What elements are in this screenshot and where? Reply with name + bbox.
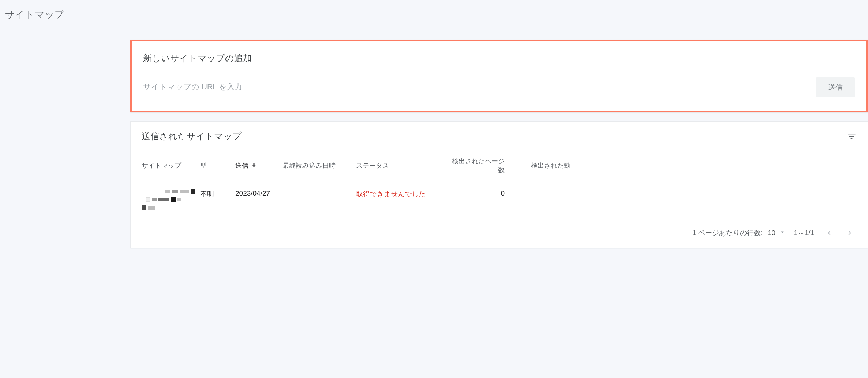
col-status: ステータス [356,161,446,170]
sitemap-table: サイトマップ 型 送信 最終読み込み日時 ステータス 検出されたページ数 検出さ… [131,151,868,248]
filter-icon[interactable] [846,131,857,141]
list-header: 送信されたサイトマップ [131,122,868,151]
dropdown-arrow-icon [779,229,786,237]
cell-type: 不明 [200,189,235,199]
page-title: サイトマップ [5,8,863,21]
table-header: サイトマップ 型 送信 最終読み込み日時 ステータス 検出されたページ数 検出さ… [131,151,868,181]
add-sitemap-card: 新しいサイトマップの追加 送信 [130,40,868,112]
col-sitemap: サイトマップ [142,161,200,170]
col-sent[interactable]: 送信 [235,161,283,170]
col-type: 型 [200,161,235,170]
prev-page-button[interactable] [822,226,835,240]
col-videos: 検出された動 [531,161,857,170]
cell-sitemap [142,189,200,210]
cell-sent: 2023/04/27 [235,189,283,197]
submit-button[interactable]: 送信 [816,77,855,97]
col-pages: 検出されたページ数 [446,157,505,174]
list-title: 送信されたサイトマップ [142,130,242,142]
add-sitemap-row: 送信 [143,77,855,97]
rows-per-page: 1 ページあたりの行数: 10 [692,228,786,238]
redacted-sitemap-name [142,189,200,210]
add-sitemap-title: 新しいサイトマップの追加 [143,52,855,64]
cell-pages: 0 [446,189,505,197]
arrow-down-icon [251,162,257,170]
col-last-read: 最終読み込み日時 [283,161,356,170]
sitemap-url-input[interactable] [143,80,808,94]
rows-per-page-dropdown[interactable]: 10 [768,229,786,237]
cell-status: 取得できませんでした [356,189,446,199]
rows-per-page-value: 10 [768,229,775,237]
col-sent-label: 送信 [235,161,248,170]
rows-per-page-label: 1 ページあたりの行数: [692,228,763,238]
page-header: サイトマップ [0,0,868,29]
pagination: 1 ページあたりの行数: 10 1～1/1 [131,218,868,248]
page-range: 1～1/1 [794,228,814,238]
table-row[interactable]: 不明 2023/04/27 取得できませんでした 0 [131,181,868,218]
next-page-button[interactable] [843,226,857,240]
content-area: 新しいサイトマップの追加 送信 送信されたサイトマップ サイトマップ 型 送信 [0,29,868,271]
submitted-sitemaps-card: 送信されたサイトマップ サイトマップ 型 送信 [130,121,868,248]
